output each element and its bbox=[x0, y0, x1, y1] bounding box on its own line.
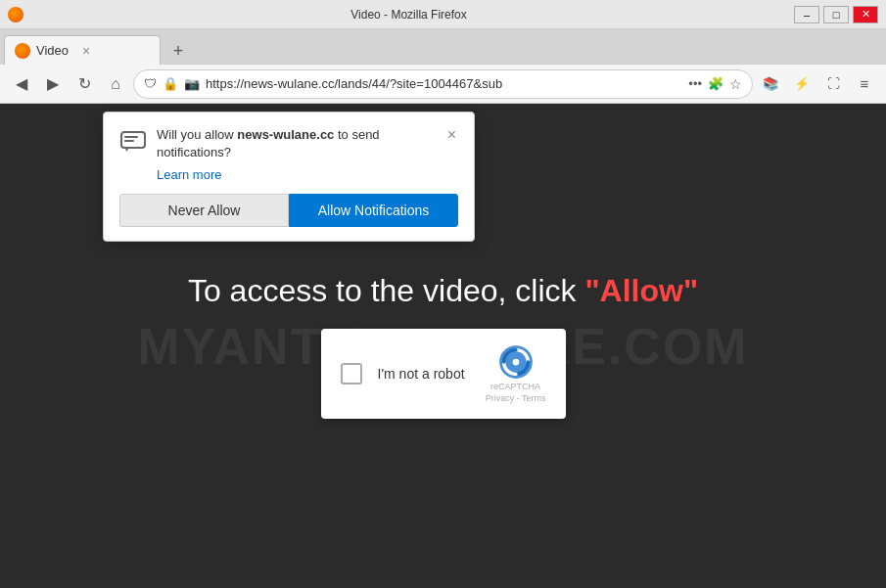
allow-notifications-button[interactable]: Allow Notifications bbox=[289, 194, 458, 227]
restore-button[interactable]: □ bbox=[823, 6, 849, 23]
nav-bar: ◀ ▶ ↻ ⌂ 🛡 🔒 📷 https://news-wulane.cc/lan… bbox=[0, 65, 886, 104]
library-button[interactable]: 📚 bbox=[757, 70, 784, 98]
recaptcha-icon bbox=[498, 344, 534, 380]
firefox-icon bbox=[8, 7, 23, 23]
window-title: Video - Mozilla Firefox bbox=[31, 8, 786, 22]
camera-icon: 📷 bbox=[184, 76, 200, 91]
captcha-box: I'm not a robot reCAPTCHA Privacy - Term… bbox=[321, 329, 566, 419]
tab-bar: Video × + bbox=[0, 29, 886, 65]
tab-favicon bbox=[15, 43, 30, 59]
close-button[interactable]: ✕ bbox=[853, 6, 878, 23]
window-controls: – □ ✕ bbox=[794, 6, 878, 23]
captcha-label: I'm not a robot bbox=[378, 366, 470, 382]
content-area: MYANTISPYWARE.COM Will you allow news-wu… bbox=[0, 104, 886, 588]
access-text: To access to the video, click "Allow" bbox=[188, 273, 698, 308]
forward-button[interactable]: ▶ bbox=[39, 70, 67, 98]
nav-extra-icons: 📚 ⚡ ⛶ ≡ bbox=[757, 70, 878, 98]
video-main-text: To access to the video, click "Allow" bbox=[188, 273, 698, 309]
captcha-checkbox[interactable] bbox=[341, 363, 362, 384]
url-display: https://news-wulane.cc/lands/44/?site=10… bbox=[206, 76, 682, 91]
popup-message: Will you allow news-wulane.cc to send no… bbox=[157, 126, 436, 161]
svg-rect-1 bbox=[124, 136, 138, 138]
popup-buttons: Never Allow Allow Notifications bbox=[119, 194, 458, 227]
pocket-icon[interactable]: 🧩 bbox=[708, 76, 723, 91]
lock-icon: 🔒 bbox=[163, 76, 178, 91]
refresh-button[interactable]: ↻ bbox=[70, 70, 98, 98]
learn-more-link[interactable]: Learn more bbox=[157, 167, 458, 182]
back-button[interactable]: ◀ bbox=[8, 70, 35, 98]
access-text-before: To access to the video, click bbox=[188, 273, 585, 308]
tab-label: Video bbox=[36, 43, 69, 58]
title-bar: Video - Mozilla Firefox – □ ✕ bbox=[0, 0, 886, 29]
sync-button[interactable]: ⚡ bbox=[788, 70, 816, 98]
svg-marker-3 bbox=[125, 148, 129, 152]
popup-close-button[interactable]: × bbox=[445, 126, 458, 144]
menu-button[interactable]: ≡ bbox=[851, 70, 878, 98]
more-options-icon[interactable]: ••• bbox=[688, 76, 702, 91]
svg-rect-2 bbox=[124, 140, 134, 142]
address-bar[interactable]: 🛡 🔒 📷 https://news-wulane.cc/lands/44/?s… bbox=[133, 69, 753, 99]
notification-icon bbox=[119, 128, 147, 156]
recaptcha-logo-area: reCAPTCHA Privacy - Terms bbox=[486, 344, 546, 403]
new-tab-button[interactable]: + bbox=[164, 37, 192, 65]
home-button[interactable]: ⌂ bbox=[102, 70, 129, 98]
active-tab[interactable]: Video × bbox=[4, 35, 161, 65]
bookmark-icon[interactable]: ☆ bbox=[729, 76, 742, 92]
tab-close-button[interactable]: × bbox=[82, 43, 90, 59]
notification-popup: Will you allow news-wulane.cc to send no… bbox=[103, 112, 475, 242]
never-allow-button[interactable]: Never Allow bbox=[119, 194, 289, 227]
popup-site: news-wulane.cc bbox=[237, 127, 334, 142]
minimize-button[interactable]: – bbox=[794, 6, 819, 23]
svg-point-5 bbox=[512, 359, 519, 366]
shield-icon: 🛡 bbox=[144, 76, 157, 91]
popup-header: Will you allow news-wulane.cc to send no… bbox=[119, 126, 458, 161]
extensions-button[interactable]: ⛶ bbox=[819, 70, 847, 98]
recaptcha-privacy: Privacy - Terms bbox=[486, 393, 546, 403]
popup-message-before: Will you allow bbox=[157, 127, 237, 142]
recaptcha-text: reCAPTCHA bbox=[490, 382, 540, 391]
allow-text-highlight: "Allow" bbox=[584, 273, 698, 308]
